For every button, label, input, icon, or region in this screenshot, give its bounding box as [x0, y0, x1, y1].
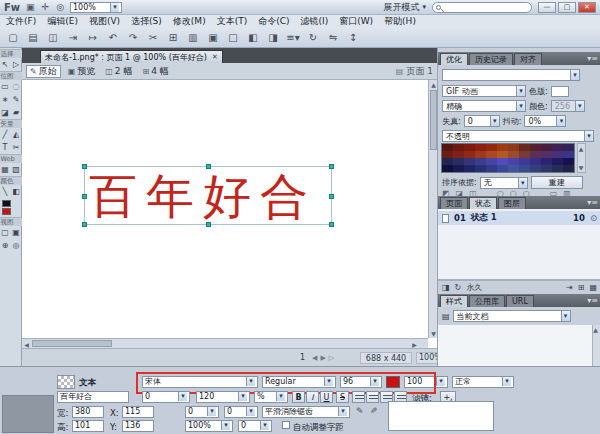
sort-by-select[interactable]: 无 — [480, 177, 528, 189]
palette-type-select[interactable]: 精确 — [442, 100, 526, 112]
palette-swatch[interactable] — [442, 158, 453, 165]
document-tab[interactable]: 未命名-1.png* : 页面 1 @ 100% (百年好合) ✕ — [40, 50, 223, 63]
paint-bucket-tool[interactable]: ◧ — [11, 185, 22, 198]
menu-item[interactable]: 帮助(H) — [384, 15, 416, 28]
palette-swatch[interactable] — [552, 158, 563, 165]
tab-optimize[interactable]: 优化 — [440, 53, 468, 65]
y-field[interactable]: 136 — [122, 420, 154, 432]
canvas[interactable]: 百年好合 — [22, 80, 428, 338]
selection-handle[interactable] — [206, 164, 211, 169]
slice-tool[interactable]: ▦ — [0, 163, 11, 176]
view-2up-button[interactable]: ◫2 幅 — [102, 65, 135, 78]
selection-handle[interactable] — [206, 222, 211, 227]
flip-vertical-icon[interactable]: ↕ — [346, 32, 360, 43]
font-size-select[interactable]: 96 — [340, 376, 382, 388]
next-state-icon[interactable]: ▶ — [320, 354, 325, 362]
palette-swatch[interactable] — [563, 144, 574, 151]
palette-swatch[interactable] — [497, 158, 508, 165]
distribute-to-states-icon[interactable]: ⇥ — [566, 283, 573, 292]
palette-swatch[interactable] — [453, 151, 464, 158]
tab-pages[interactable]: 页面 — [440, 197, 468, 209]
palette-swatch[interactable] — [442, 165, 453, 172]
palette-swatch[interactable] — [464, 165, 475, 172]
palette-swatch[interactable] — [453, 158, 464, 165]
tab-history[interactable]: 历史记录 — [469, 53, 513, 65]
autokern-checkbox[interactable] — [282, 421, 290, 429]
tab-styles[interactable]: 样式 — [440, 295, 468, 307]
leading-select[interactable]: 120 — [196, 391, 250, 403]
state-delay[interactable]: 10 — [573, 213, 585, 223]
cut-icon[interactable]: ✂ — [146, 32, 160, 43]
palette-swatch[interactable] — [508, 144, 519, 151]
palette-swatch[interactable] — [475, 158, 486, 165]
palette-swatch[interactable] — [475, 165, 486, 172]
onion-skinning-icon[interactable]: ◨ — [442, 283, 450, 292]
rotate-icon[interactable]: ↻ — [306, 32, 320, 43]
align-left-icon[interactable] — [352, 391, 365, 403]
stroke-pencil-icon[interactable]: ✎ — [356, 406, 364, 416]
knife-tool[interactable]: ✂ — [11, 141, 22, 154]
play-icon[interactable]: ▷ — [329, 354, 334, 362]
palette-swatch[interactable] — [541, 165, 552, 172]
palette-swatch[interactable] — [530, 165, 541, 172]
align-menu-icon[interactable]: ≡▾ — [286, 32, 300, 43]
palette-swatch[interactable] — [464, 144, 475, 151]
opacity-select[interactable]: 100 — [404, 376, 448, 388]
paste-icon[interactable]: ▥ — [186, 32, 200, 43]
stroke-color-well[interactable] — [2, 200, 11, 207]
undo-icon[interactable]: ↶ — [106, 32, 120, 43]
zoom-tool[interactable]: ◎ — [11, 239, 22, 252]
prev-state-icon[interactable]: ◀ — [312, 354, 317, 362]
view-preview-button[interactable]: ▣预览 — [65, 65, 99, 78]
scroll-thumb[interactable] — [32, 340, 112, 347]
underline-button[interactable]: U — [320, 391, 333, 403]
export-format-select[interactable]: GIF 动画 — [442, 85, 526, 97]
hotspot-tool[interactable]: ▧ — [11, 163, 22, 176]
marquee-tool[interactable]: ▭ — [0, 80, 11, 93]
minimize-button[interactable]: — — [538, 2, 556, 13]
palette-swatch[interactable] — [497, 165, 508, 172]
transparency-select[interactable]: 不透明 — [442, 130, 594, 142]
fill-pencil-icon[interactable]: ✎ — [370, 406, 378, 416]
indent-select[interactable]: 0 — [185, 406, 219, 418]
palette-swatch[interactable] — [541, 144, 552, 151]
close-button[interactable]: ✕ — [578, 2, 596, 13]
menu-item[interactable]: 编辑(E) — [47, 15, 78, 28]
hand-tool-icon[interactable]: ✛ — [42, 2, 50, 12]
palette-swatch[interactable] — [442, 151, 453, 158]
object-name-field[interactable]: 百年好合 — [57, 391, 129, 403]
pen-tool[interactable]: ◭ — [11, 128, 22, 141]
menu-item[interactable]: 命令(C) — [258, 15, 289, 28]
palette-swatch[interactable] — [497, 151, 508, 158]
full-screen-icon[interactable]: ▣ — [11, 226, 22, 239]
palette-swatch[interactable] — [519, 158, 530, 165]
subselect-tool[interactable]: ▷ — [11, 58, 22, 71]
expand-mode-button[interactable]: 展开模式 — [383, 1, 426, 14]
palette-swatch[interactable] — [486, 144, 497, 151]
palette-swatch[interactable] — [475, 144, 486, 151]
open-icon[interactable]: ▤ — [26, 32, 40, 43]
text-color-well[interactable] — [386, 376, 400, 388]
strikethrough-button[interactable]: S — [336, 391, 349, 403]
text-selection-box[interactable]: 百年好合 — [84, 166, 332, 225]
palette-swatch[interactable] — [552, 151, 563, 158]
scroll-thumb[interactable] — [430, 90, 437, 150]
palette-swatch[interactable] — [519, 165, 530, 172]
style-source-select[interactable]: 当前文档 — [453, 310, 571, 322]
palette-swatch[interactable] — [464, 151, 475, 158]
palette-swatch[interactable] — [519, 151, 530, 158]
maximize-button[interactable]: ▢ — [558, 2, 576, 13]
ungroup-icon[interactable]: □ — [226, 32, 240, 43]
stamp-tool[interactable]: ▰ — [11, 106, 22, 119]
line-tool[interactable]: ╱ — [0, 128, 11, 141]
palette-swatch[interactable] — [486, 151, 497, 158]
align-center-icon[interactable] — [366, 391, 379, 403]
vertical-scrollbar[interactable]: ▲ ▼ — [428, 80, 437, 338]
blend-mode-select[interactable]: 正常 — [452, 376, 514, 388]
palette-swatch[interactable] — [497, 144, 508, 151]
color-palette-grid[interactable] — [441, 143, 575, 173]
palette-swatch[interactable] — [563, 165, 574, 172]
italic-button[interactable]: I — [306, 391, 319, 403]
new-state-icon[interactable]: ⊞ — [578, 283, 585, 292]
font-style-select[interactable]: Regular — [262, 376, 336, 388]
